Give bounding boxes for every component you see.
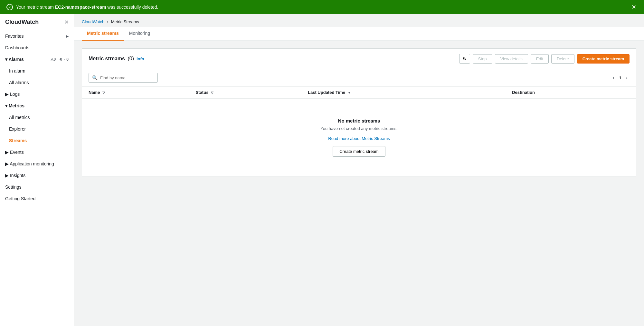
sidebar-item-metrics[interactable]: ▾ Metrics bbox=[0, 100, 74, 112]
sidebar-item-insights[interactable]: ▶ Insights bbox=[0, 170, 74, 181]
tab-metric-streams[interactable]: Metric streams bbox=[82, 27, 124, 41]
sidebar-item-events[interactable]: ▶ Events bbox=[0, 146, 74, 158]
alarm-badges: △0 ○0 ○0 bbox=[51, 57, 69, 62]
sidebar-header: CloudWatch ✕ bbox=[0, 14, 74, 30]
breadcrumb: CloudWatch › Metric Streams bbox=[74, 14, 644, 27]
app-title: CloudWatch bbox=[5, 19, 39, 25]
pagination: ‹ 1 › bbox=[611, 74, 630, 81]
empty-state-title: No metric streams bbox=[95, 118, 623, 123]
sidebar-item-getting-started[interactable]: Getting Started bbox=[0, 193, 74, 204]
breadcrumb-separator: › bbox=[107, 19, 108, 24]
empty-state: No metric streams You have not created a… bbox=[89, 103, 630, 172]
success-icon: ✓ bbox=[6, 4, 13, 10]
banner-close-button[interactable]: ✕ bbox=[630, 4, 638, 10]
stop-button[interactable]: Stop bbox=[473, 54, 492, 64]
banner-message: Your metric stream EC2-namespace-stream … bbox=[16, 5, 158, 10]
search-pagination-row: 🔍 ‹ 1 › bbox=[82, 69, 636, 87]
refresh-button[interactable]: ↻ bbox=[459, 54, 470, 64]
success-banner: ✓ Your metric stream EC2-namespace-strea… bbox=[0, 0, 644, 14]
breadcrumb-current: Metric Streams bbox=[111, 19, 139, 24]
main-content: CloudWatch › Metric Streams Metric strea… bbox=[74, 14, 644, 326]
table-wrapper: Name ▽ Status ▽ Last Updated Time ▼ bbox=[82, 87, 636, 176]
search-input[interactable] bbox=[100, 75, 154, 80]
breadcrumb-cloudwatch[interactable]: CloudWatch bbox=[82, 19, 104, 24]
info-link[interactable]: Info bbox=[137, 56, 144, 61]
metric-streams-card: Metric streams (0) Info ↻ Stop View deta… bbox=[82, 48, 636, 176]
search-icon: 🔍 bbox=[92, 75, 98, 80]
empty-state-row: No metric streams You have not created a… bbox=[82, 98, 636, 176]
page-number: 1 bbox=[619, 75, 621, 80]
content-area: Metric streams (0) Info ↻ Stop View deta… bbox=[74, 41, 644, 184]
sidebar-item-alarms[interactable]: ▾ Alarms △0 ○0 ○0 bbox=[0, 54, 74, 65]
metric-streams-table: Name ▽ Status ▽ Last Updated Time ▼ bbox=[82, 87, 636, 176]
sidebar-item-streams[interactable]: Streams bbox=[0, 135, 74, 146]
search-input-wrapper[interactable]: 🔍 bbox=[89, 73, 158, 83]
create-metric-stream-button[interactable]: Create metric stream bbox=[577, 54, 630, 64]
card-title-text: Metric streams (0) bbox=[89, 56, 134, 62]
sidebar-item-in-alarm[interactable]: In alarm bbox=[0, 65, 74, 77]
sidebar-item-dashboards[interactable]: Dashboards bbox=[0, 42, 74, 54]
sort-time-icon: ▼ bbox=[348, 91, 351, 94]
sidebar-close-button[interactable]: ✕ bbox=[64, 19, 69, 25]
sidebar-item-logs[interactable]: ▶ Logs bbox=[0, 88, 74, 100]
card-actions: ↻ Stop View details Edit Delete Create m… bbox=[459, 54, 630, 64]
empty-create-button[interactable]: Create metric stream bbox=[333, 146, 385, 157]
sidebar-navigation: Favorites ▶ Dashboards ▾ Alarms △0 ○0 ○0… bbox=[0, 30, 74, 326]
sidebar: CloudWatch ✕ Favorites ▶ Dashboards ▾ Al… bbox=[0, 14, 74, 326]
col-name[interactable]: Name ▽ bbox=[82, 87, 189, 98]
sort-status-icon: ▽ bbox=[211, 91, 213, 94]
sidebar-item-favorites[interactable]: Favorites ▶ bbox=[0, 30, 74, 42]
col-destination: Destination bbox=[506, 87, 636, 98]
sidebar-item-settings[interactable]: Settings bbox=[0, 181, 74, 193]
empty-state-description: You have not created any metric streams. bbox=[95, 126, 623, 131]
edit-button[interactable]: Edit bbox=[531, 54, 549, 64]
sort-name-icon: ▽ bbox=[102, 91, 105, 94]
card-header: Metric streams (0) Info ↻ Stop View deta… bbox=[82, 49, 636, 69]
tab-monitoring[interactable]: Monitoring bbox=[124, 27, 155, 41]
sidebar-item-all-metrics[interactable]: All metrics bbox=[0, 112, 74, 123]
sidebar-item-all-alarms[interactable]: All alarms bbox=[0, 77, 74, 88]
col-last-updated[interactable]: Last Updated Time ▼ bbox=[301, 87, 506, 98]
read-more-link[interactable]: Read more about Metric Streams bbox=[328, 136, 390, 141]
col-status[interactable]: Status ▽ bbox=[189, 87, 301, 98]
tabs-container: Metric streams Monitoring bbox=[74, 27, 644, 41]
prev-page-button[interactable]: ‹ bbox=[611, 74, 616, 81]
chevron-right-icon: ▶ bbox=[66, 34, 69, 38]
view-details-button[interactable]: View details bbox=[495, 54, 528, 64]
sidebar-item-explorer[interactable]: Explorer bbox=[0, 123, 74, 135]
banner-content: ✓ Your metric stream EC2-namespace-strea… bbox=[6, 4, 158, 10]
card-title: Metric streams (0) Info bbox=[89, 56, 144, 62]
next-page-button[interactable]: › bbox=[624, 74, 630, 81]
delete-button[interactable]: Delete bbox=[551, 54, 574, 64]
sidebar-item-application-monitoring[interactable]: ▶ Application monitoring bbox=[0, 158, 74, 170]
